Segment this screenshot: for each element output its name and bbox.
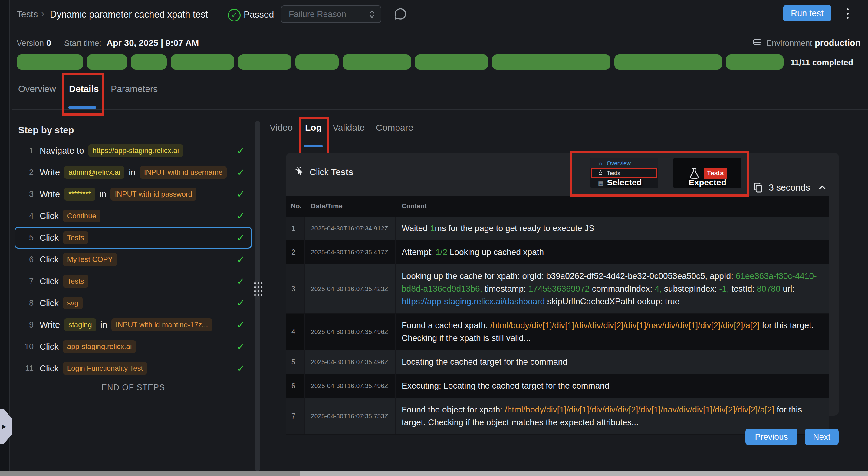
progress-segment[interactable]	[492, 55, 611, 70]
environment-value: production	[815, 38, 861, 48]
breadcrumb[interactable]: Tests	[17, 9, 38, 19]
step-target-badge: Login Functionality Test	[63, 362, 147, 375]
step-passed-check-icon: ✓	[237, 275, 245, 287]
status-badge: Passed	[244, 9, 274, 20]
progress-segment[interactable]	[415, 55, 488, 70]
step-passed-check-icon: ✓	[237, 189, 245, 200]
log-table-row: 22025-04-30T16:07:35.417ZAttempt: 1/2 Lo…	[286, 240, 829, 264]
step-action-text: Write	[40, 189, 60, 199]
progress-segment[interactable]	[614, 55, 722, 70]
step-row[interactable]: 9WritestaginginINPUT with id mantine-17z…	[14, 314, 252, 336]
log-table-row: 52025-04-30T16:07:35.496ZLocating the ca…	[286, 350, 829, 374]
progress-segment[interactable]	[171, 55, 234, 70]
column-header-datetime: Date/Time	[305, 202, 396, 210]
step-description: ClickTests	[40, 275, 88, 287]
sidebar-expander-tab[interactable]: ▶	[0, 409, 12, 444]
log-text-segment: 80780	[757, 284, 780, 293]
step-passed-check-icon: ✓	[237, 210, 245, 222]
failure-reason-placeholder: Failure Reason	[289, 9, 369, 19]
log-text-segment: Found the object for xpath:	[402, 405, 505, 414]
step-number: 4	[20, 211, 34, 221]
log-table-row: 32025-04-30T16:07:35.423ZLooking up the …	[286, 264, 829, 314]
step-description: WritestaginginINPUT with id mantine-17z.…	[40, 318, 212, 331]
version-label: Version	[17, 39, 44, 48]
failure-reason-select[interactable]: Failure Reason	[281, 5, 381, 23]
step-row[interactable]: 4ClickContinue✓	[14, 205, 252, 227]
log-text-segment: Found a cached xpath:	[402, 320, 490, 330]
log-row-content: Attempt: 1/2 Looking up cached xpath	[396, 240, 829, 264]
step-row[interactable]: 2Writeadmin@relicx.aiinINPUT with id use…	[14, 162, 252, 183]
test-run-details-page: ▶ Tests › Dynamic parameter cached xpath…	[0, 0, 868, 476]
step-action-text: in	[100, 320, 107, 330]
horizontal-scrollbar[interactable]	[0, 471, 868, 476]
step-number: 5	[20, 233, 34, 242]
pane-resizer-handle[interactable]	[253, 281, 264, 296]
tab-compare[interactable]: Compare	[376, 123, 413, 133]
copy-icon[interactable]	[752, 181, 764, 194]
progress-segment[interactable]	[87, 55, 127, 70]
step-progress-bar	[17, 55, 783, 70]
step-row[interactable]: 10Clickapp-staging.relicx.ai✓	[14, 336, 252, 358]
start-time-value: Apr 30, 2025 | 9:07 AM	[106, 38, 199, 48]
step-row[interactable]: 3Write********inINPUT with id password✓	[14, 183, 252, 205]
version-value: 0	[46, 38, 51, 48]
expand-arrow-icon: ▶	[2, 423, 6, 430]
step-action-text: Click	[40, 298, 59, 308]
step-list: 1Navigate tohttps://app-staging.relicx.a…	[14, 140, 252, 379]
progress-completed-text: 11/11 completed	[790, 58, 853, 67]
progress-segment[interactable]	[238, 55, 291, 70]
progress-segment[interactable]	[17, 55, 83, 70]
step-passed-check-icon: ✓	[237, 145, 245, 156]
step-target-badge: svg	[63, 297, 83, 309]
log-row-timestamp: 2025-04-30T16:07:35.496Z	[305, 374, 396, 398]
step-target-badge: INPUT with id password	[111, 188, 196, 201]
start-time-label: Start time:	[64, 39, 101, 48]
environment-label: Environment	[766, 39, 812, 48]
horizontal-scrollbar-thumb[interactable]	[0, 471, 300, 476]
progress-segment[interactable]	[296, 55, 339, 70]
collapse-chevron-up-icon[interactable]	[817, 182, 828, 193]
log-text-segment: https://app-staging.relicx.ai/dashboard	[402, 297, 545, 306]
annotation-box-details-tab	[62, 73, 104, 115]
tab-video[interactable]: Video	[270, 123, 293, 133]
log-table: No. Date/Time Content 12025-04-30T16:07:…	[286, 196, 829, 435]
previous-button[interactable]: Previous	[745, 429, 798, 445]
progress-segment[interactable]	[343, 55, 411, 70]
more-options-kebab-icon[interactable]	[843, 7, 852, 21]
step-description: Navigate tohttps://app-staging.relicx.ai	[40, 144, 183, 157]
run-test-button[interactable]: Run test	[783, 5, 831, 22]
step-row[interactable]: 11ClickLogin Functionality Test✓	[14, 358, 252, 379]
step-number: 6	[20, 255, 34, 264]
step-row[interactable]: 7ClickTests✓	[14, 270, 252, 292]
step-target-badge: INPUT with id username	[140, 166, 227, 179]
log-table-row: 62025-04-30T16:07:35.496ZExecuting: Loca…	[286, 374, 829, 398]
log-row-content: Executing: Locating the cached target fo…	[396, 374, 829, 398]
environment-icon	[752, 37, 763, 48]
column-header-content: Content	[396, 202, 829, 210]
step-row[interactable]: 6ClickMyTest COPY✓	[14, 248, 252, 270]
step-row[interactable]: 5ClickTests✓	[14, 227, 252, 248]
step-action-text: Click	[40, 364, 59, 373]
step-action-text: Click	[40, 342, 59, 352]
log-row-content: Waited 1ms for the page to get ready to …	[396, 216, 829, 240]
log-text-segment: Executing: Locating the cached target fo…	[402, 381, 609, 390]
annotation-box-thumbnails	[570, 150, 749, 197]
log-text-segment: 1745536369972	[528, 284, 590, 293]
step-action-text: in	[100, 189, 106, 199]
progress-segment[interactable]	[131, 55, 167, 70]
next-button[interactable]: Next	[805, 429, 839, 445]
step-action-text: Navigate to	[40, 146, 84, 156]
log-text-segment: 4,	[655, 284, 661, 293]
step-row[interactable]: 8Clicksvg✓	[14, 292, 252, 314]
tab-parameters[interactable]: Parameters	[111, 84, 158, 94]
tab-overview[interactable]: Overview	[18, 84, 56, 94]
comment-bubble-icon[interactable]	[393, 7, 407, 22]
tab-validate[interactable]: Validate	[333, 123, 365, 133]
log-row-timestamp: 2025-04-30T16:07:35.423Z	[305, 264, 396, 313]
step-number: 10	[20, 342, 34, 351]
log-text-segment: /html/body/div[1]/div[1]/div/div/div[2]/…	[505, 405, 774, 414]
log-table-header: No. Date/Time Content	[286, 196, 829, 216]
step-passed-check-icon: ✓	[237, 341, 245, 352]
progress-segment[interactable]	[726, 55, 783, 70]
step-row[interactable]: 1Navigate tohttps://app-staging.relicx.a…	[14, 140, 252, 162]
